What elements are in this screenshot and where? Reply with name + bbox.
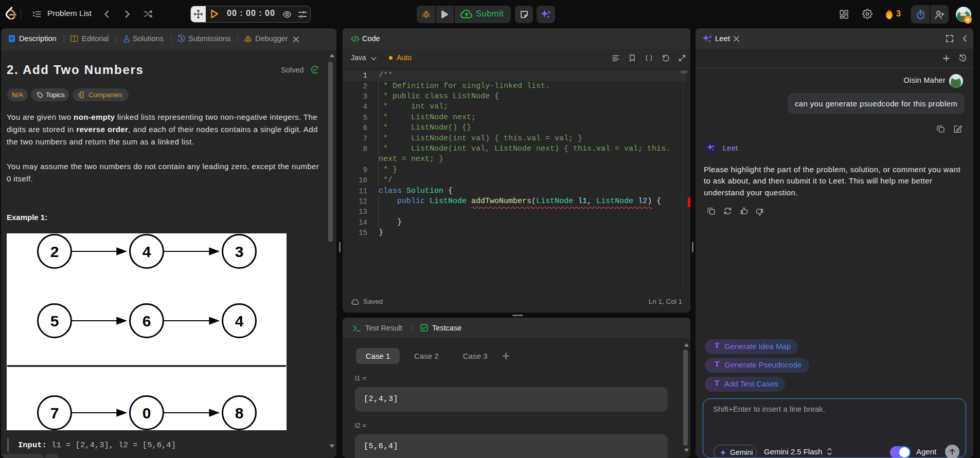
svg-text:4: 4 — [235, 313, 244, 329]
svg-text:0: 0 — [142, 405, 151, 422]
svg-text:8: 8 — [235, 405, 244, 422]
svg-text:6: 6 — [142, 313, 151, 329]
svg-text:5: 5 — [50, 313, 59, 329]
svg-text:4: 4 — [142, 243, 151, 260]
svg-text:2: 2 — [50, 243, 59, 260]
svg-text:3: 3 — [235, 243, 244, 260]
svg-text:7: 7 — [50, 405, 59, 422]
